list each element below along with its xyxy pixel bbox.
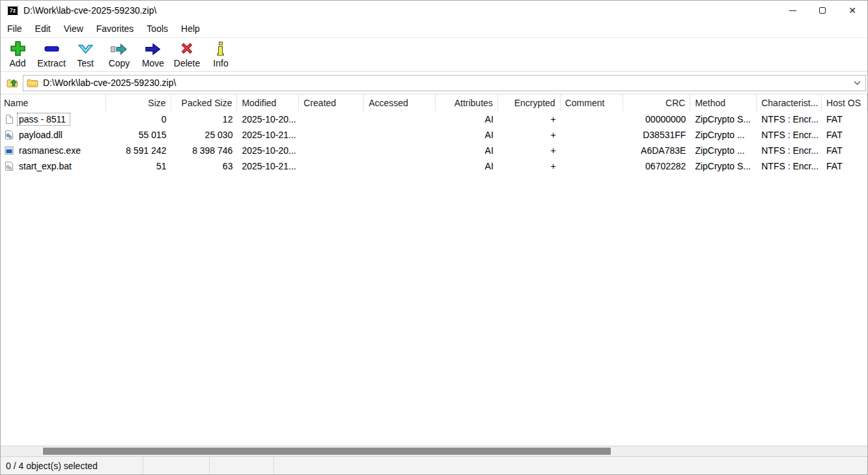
cell-modified: 2025-10-21... xyxy=(237,127,299,143)
cell-size: 0 xyxy=(106,111,171,127)
cell-size: 55 015 xyxy=(106,127,171,143)
test-check-icon xyxy=(76,39,95,59)
folder-up-icon xyxy=(6,76,19,89)
cell-accessed xyxy=(364,158,436,174)
cell-attributes: AI xyxy=(436,127,498,143)
cell-characteristics: NTFS : Encr... xyxy=(757,127,822,143)
table-row-start-exp-bat[interactable]: start_exp.bat 51 63 2025-10-21... AI + 0… xyxy=(1,158,867,174)
dll-file-icon xyxy=(4,130,14,140)
cell-created xyxy=(299,143,364,158)
toolbar: Add Extract Test Copy Move xyxy=(1,38,867,72)
document-file-icon xyxy=(4,114,14,124)
table-row-pass[interactable]: pass - 8511 0 12 2025-10-20... AI + 0000… xyxy=(1,111,867,127)
column-header-crc[interactable]: CRC xyxy=(623,94,691,111)
column-header-created[interactable]: Created xyxy=(299,94,364,111)
cell-method: ZipCrypto S... xyxy=(690,158,757,174)
cell-attributes: AI xyxy=(436,143,498,158)
column-header-host-os[interactable]: Host OS xyxy=(822,94,867,111)
cell-size: 8 591 242 xyxy=(106,143,171,158)
column-header-characteristics[interactable]: Characterist... xyxy=(757,94,822,111)
menu-tools[interactable]: Tools xyxy=(140,21,175,36)
cell-modified: 2025-10-21... xyxy=(237,158,299,174)
window-controls: ✕ xyxy=(777,1,867,20)
scrollbar-thumb[interactable] xyxy=(43,448,611,455)
cell-created xyxy=(299,158,364,174)
cell-encrypted: + xyxy=(498,158,561,174)
cell-crc: 06702282 xyxy=(623,158,691,174)
copy-button[interactable]: Copy xyxy=(102,39,136,68)
cell-host-os: FAT xyxy=(822,127,867,143)
cell-packed-size: 63 xyxy=(171,158,238,174)
menu-file[interactable]: File xyxy=(1,21,29,36)
cell-name: rasmanesc.exe xyxy=(1,143,106,158)
extract-label: Extract xyxy=(37,58,66,68)
cell-encrypted: + xyxy=(498,111,561,127)
cell-name: pass - 8511 xyxy=(1,111,106,127)
column-header-name[interactable]: Name xyxy=(1,94,106,111)
menu-favorites[interactable]: Favorites xyxy=(90,21,141,36)
cell-method: ZipCrypto ... xyxy=(690,127,757,143)
menu-help[interactable]: Help xyxy=(175,21,206,36)
menu-bar: File Edit View Favorites Tools Help xyxy=(1,20,867,38)
chevron-down-icon[interactable] xyxy=(848,81,865,85)
minimize-button[interactable] xyxy=(777,1,807,20)
column-header-encrypted[interactable]: Encrypted xyxy=(498,94,561,111)
test-button[interactable]: Test xyxy=(68,39,102,68)
address-path[interactable]: D:\Work\lab-cve-2025-59230.zip\ xyxy=(43,78,848,88)
close-button[interactable]: ✕ xyxy=(837,1,867,20)
cell-method: ZipCrypto ... xyxy=(690,143,757,158)
table-row-payload-dll[interactable]: payload.dll 55 015 25 030 2025-10-21... … xyxy=(1,127,867,143)
column-header-modified[interactable]: Modified xyxy=(237,94,299,111)
column-header-packed-size[interactable]: Packed Size xyxy=(171,94,238,111)
zip-folder-icon xyxy=(27,78,38,88)
add-plus-icon xyxy=(8,39,27,59)
column-header-method[interactable]: Method xyxy=(690,94,757,111)
list-empty-area[interactable] xyxy=(1,174,867,446)
info-button[interactable]: Info xyxy=(204,39,238,68)
menu-view[interactable]: View xyxy=(57,21,90,36)
menu-edit[interactable]: Edit xyxy=(29,21,57,36)
add-label: Add xyxy=(10,58,26,68)
test-label: Test xyxy=(77,58,94,68)
cell-comment xyxy=(561,143,623,158)
column-header-size[interactable]: Size xyxy=(106,94,171,111)
column-header-comment[interactable]: Comment xyxy=(561,94,623,111)
add-button[interactable]: Add xyxy=(1,39,35,68)
column-header-attributes[interactable]: Attributes xyxy=(436,94,498,111)
delete-button[interactable]: Delete xyxy=(170,39,204,68)
up-one-level-button[interactable] xyxy=(4,74,21,91)
cell-host-os: FAT xyxy=(822,143,867,158)
address-bar: D:\Work\lab-cve-2025-59230.zip\ xyxy=(1,72,867,94)
extract-button[interactable]: Extract xyxy=(35,39,68,68)
cell-encrypted: + xyxy=(498,127,561,143)
table-row-rasmanesc-exe[interactable]: rasmanesc.exe 8 591 242 8 398 746 2025-1… xyxy=(1,143,867,158)
cell-comment xyxy=(561,111,623,127)
move-button[interactable]: Move xyxy=(136,39,170,68)
horizontal-scrollbar[interactable] xyxy=(1,446,867,457)
7zip-window: 7z D:\Work\lab-cve-2025-59230.zip\ ✕ Fil… xyxy=(0,0,868,475)
window-title: D:\Work\lab-cve-2025-59230.zip\ xyxy=(23,5,156,16)
file-name: rasmanesc.exe xyxy=(18,145,85,156)
cell-modified: 2025-10-20... xyxy=(237,111,299,127)
cell-crc: D38531FF xyxy=(623,127,691,143)
cell-modified: 2025-10-20... xyxy=(237,143,299,158)
column-header-accessed[interactable]: Accessed xyxy=(364,94,436,111)
cell-host-os: FAT xyxy=(822,111,867,127)
title-bar[interactable]: 7z D:\Work\lab-cve-2025-59230.zip\ ✕ xyxy=(1,1,867,20)
extract-minus-icon xyxy=(42,39,61,59)
cell-comment xyxy=(561,127,623,143)
maximize-icon xyxy=(819,7,826,14)
cell-characteristics: NTFS : Encr... xyxy=(757,143,822,158)
cell-host-os: FAT xyxy=(822,158,867,174)
file-list-panel: Name Size Packed Size Modified Created A… xyxy=(1,94,867,446)
cell-attributes: AI xyxy=(436,111,498,127)
copy-arrow-icon xyxy=(109,39,129,59)
maximize-button[interactable] xyxy=(807,1,837,20)
cell-method: ZipCrypto S... xyxy=(690,111,757,127)
cell-comment xyxy=(561,158,623,174)
delete-x-icon xyxy=(177,39,197,59)
status-section-4 xyxy=(274,457,867,474)
address-combobox[interactable]: D:\Work\lab-cve-2025-59230.zip\ xyxy=(23,75,866,91)
7zip-logo-icon: 7z xyxy=(7,6,18,16)
cell-packed-size: 25 030 xyxy=(171,127,238,143)
